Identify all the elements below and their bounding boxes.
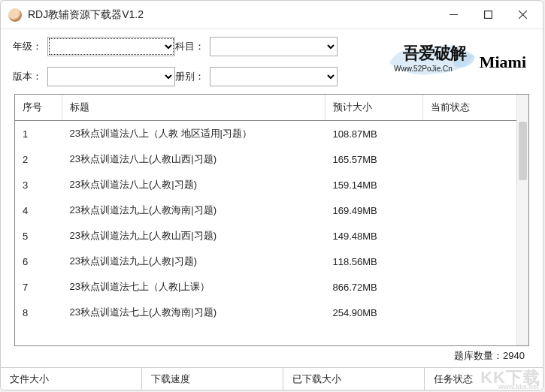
col-header-status[interactable]: 当前状态 — [422, 95, 516, 121]
table-row[interactable]: 823秋点训道法七上(人教海南|习题)254.90MB — [15, 300, 516, 325]
col-header-size[interactable]: 预计大小 — [325, 95, 422, 121]
vertical-scrollbar[interactable] — [516, 95, 528, 345]
cell-title: 23秋点训道法七上（人教|上课） — [62, 274, 325, 300]
cell-status — [422, 274, 516, 300]
cell-size: 118.56MB — [325, 249, 422, 274]
col-header-seq[interactable]: 序号 — [15, 95, 62, 121]
subject-select[interactable] — [210, 37, 338, 56]
cell-title: 23秋点训道法八上(人教山西|习题) — [62, 146, 325, 172]
cell-status — [422, 223, 516, 249]
cell-seq: 4 — [15, 198, 62, 223]
logo-image: 吾爱破解 Www.52PoJie.Cn Miami — [383, 41, 526, 83]
count-value: 2940 — [503, 350, 525, 361]
statusbar: 文件大小 下载速度 已下载大小 任务状态 — [1, 367, 543, 390]
cell-status — [422, 146, 516, 172]
volume-label: 册别： — [175, 70, 210, 83]
grade-select[interactable] — [47, 37, 175, 56]
cell-seq: 3 — [15, 172, 62, 198]
cell-size: 108.87MB — [325, 121, 422, 147]
subject-label: 科目： — [175, 40, 210, 53]
cell-status — [422, 172, 516, 198]
logo-text-primary: 吾爱破解 — [403, 42, 466, 65]
cell-status — [422, 198, 516, 223]
filter-panel: 年级： 科目： 吾爱破解 Www.52PoJie.Cn Miami 版本： 册别… — [1, 29, 543, 89]
maximize-button[interactable] — [471, 3, 505, 27]
cell-title: 23秋点训道法七上(人教海南|习题) — [62, 300, 325, 325]
titlebar: RDJ教辅资源下载器V1.2 — [1, 1, 543, 29]
version-label: 版本： — [13, 70, 47, 83]
status-downloaded-size: 已下载大小 — [283, 368, 425, 390]
table-row[interactable]: 123秋点训道法八上（人教 地区适用|习题）108.87MB — [15, 121, 516, 147]
cell-title: 23秋点训道法八上(人教|习题) — [62, 172, 325, 198]
cell-size: 169.49MB — [325, 198, 422, 223]
cell-size: 159.14MB — [325, 172, 422, 198]
cell-size: 149.48MB — [325, 223, 422, 249]
table-row[interactable]: 623秋点训道法九上(人教|习题)118.56MB — [15, 249, 516, 274]
svg-rect-1 — [484, 11, 492, 19]
status-file-size: 文件大小 — [1, 368, 142, 390]
cell-size: 866.72MB — [325, 274, 422, 300]
table-row[interactable]: 523秋点训道法九上(人教山西|习题)149.48MB — [15, 223, 516, 249]
close-button[interactable] — [505, 3, 540, 27]
cell-seq: 7 — [15, 274, 62, 300]
cell-status — [422, 249, 516, 274]
window-title: RDJ教辅资源下载器V1.2 — [28, 8, 436, 22]
count-label: 题库数量： — [454, 350, 503, 361]
version-select[interactable] — [47, 67, 175, 86]
cell-size: 254.90MB — [325, 300, 422, 325]
logo-brand: Miami — [480, 53, 526, 72]
cell-seq: 2 — [15, 146, 62, 172]
app-icon — [8, 8, 22, 22]
minimize-button[interactable] — [436, 3, 471, 27]
col-header-title[interactable]: 标题 — [62, 95, 325, 121]
cell-title: 23秋点训道法九上(人教山西|习题) — [62, 223, 325, 249]
table-row[interactable]: 323秋点训道法八上(人教|习题)159.14MB — [15, 172, 516, 198]
cell-size: 165.57MB — [325, 146, 422, 172]
resource-table: 序号 标题 预计大小 当前状态 123秋点训道法八上（人教 地区适用|习题）10… — [15, 95, 516, 325]
cell-status — [422, 300, 516, 325]
table-row[interactable]: 423秋点训道法九上(人教海南|习题)169.49MB — [15, 198, 516, 223]
grade-label: 年级： — [13, 40, 47, 53]
main-window: RDJ教辅资源下载器V1.2 年级： 科目： 吾爱破解 Www.52PoJie.… — [0, 0, 543, 390]
table-container: 序号 标题 预计大小 当前状态 123秋点训道法八上（人教 地区适用|习题）10… — [14, 94, 529, 346]
status-task-status: 任务状态 — [425, 368, 543, 390]
cell-title: 23秋点训道法八上（人教 地区适用|习题） — [62, 121, 325, 147]
cell-seq: 8 — [15, 300, 62, 325]
cell-seq: 6 — [15, 249, 62, 274]
logo-area: 吾爱破解 Www.52PoJie.Cn Miami — [338, 41, 531, 83]
cell-title: 23秋点训道法九上(人教|习题) — [62, 249, 325, 274]
logo-text-url: Www.52PoJie.Cn — [394, 65, 453, 73]
cell-seq: 5 — [15, 223, 62, 249]
cell-status — [422, 121, 516, 147]
cell-seq: 1 — [15, 121, 62, 147]
volume-select[interactable] — [210, 67, 338, 86]
cell-title: 23秋点训道法九上(人教海南|习题) — [62, 198, 325, 223]
count-row: 题库数量：2940 — [1, 346, 543, 367]
table-row[interactable]: 223秋点训道法八上(人教山西|习题)165.57MB — [15, 146, 516, 172]
table-row[interactable]: 723秋点训道法七上（人教|上课）866.72MB — [15, 274, 516, 300]
scrollbar-thumb[interactable] — [519, 122, 527, 180]
status-download-speed: 下载速度 — [142, 368, 283, 390]
